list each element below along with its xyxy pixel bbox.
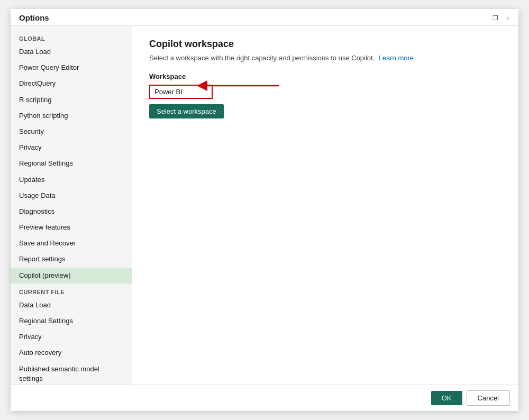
close-button[interactable]: › bbox=[504, 14, 512, 22]
description-text: Select a workspace with the right capaci… bbox=[149, 54, 375, 62]
sidebar-item-updates[interactable]: Updates bbox=[11, 172, 132, 188]
sidebar-item-privacy-cf[interactable]: Privacy bbox=[11, 329, 132, 345]
sidebar-item-copilot-preview[interactable]: Copilot (preview) bbox=[11, 268, 132, 284]
sidebar-item-diagnostics[interactable]: Diagnostics bbox=[11, 204, 132, 220]
workspace-label: Workspace bbox=[149, 72, 501, 80]
sidebar-item-preview-features[interactable]: Preview features bbox=[11, 220, 132, 235]
sidebar-item-report-settings-global[interactable]: Report settings bbox=[11, 251, 132, 267]
dialog-title: Options bbox=[19, 13, 49, 22]
main-content: Copilot workspace Select a workspace wit… bbox=[132, 26, 518, 385]
section-description: Select a workspace with the right capaci… bbox=[149, 54, 501, 62]
learn-more-link[interactable]: Learn more bbox=[379, 54, 414, 62]
sidebar-item-regional-settings[interactable]: Regional Settings bbox=[11, 156, 132, 171]
dialog-body: GLOBAL Data Load Power Query Editor Dire… bbox=[11, 26, 518, 385]
ok-button[interactable]: OK bbox=[431, 391, 462, 405]
select-workspace-button[interactable]: Select a workspace bbox=[149, 104, 224, 118]
global-section-label: GLOBAL bbox=[11, 30, 132, 44]
sidebar-item-power-query-editor[interactable]: Power Query Editor bbox=[11, 60, 132, 76]
sidebar-item-save-and-recover[interactable]: Save and Recover bbox=[11, 235, 132, 251]
titlebar-controls: ❐ › bbox=[491, 14, 512, 22]
sidebar-item-privacy[interactable]: Privacy bbox=[11, 140, 132, 156]
workspace-input-container: Select a workspace bbox=[149, 85, 224, 118]
titlebar: Options ❐ › bbox=[11, 9, 518, 26]
sidebar-item-r-scripting[interactable]: R scripting bbox=[11, 92, 132, 108]
dialog-footer: OK Cancel bbox=[11, 385, 518, 411]
section-title: Copilot workspace bbox=[149, 39, 501, 50]
sidebar-item-python-scripting[interactable]: Python scripting bbox=[11, 108, 132, 124]
sidebar-item-auto-recovery[interactable]: Auto recovery bbox=[11, 345, 132, 361]
sidebar-item-security[interactable]: Security bbox=[11, 124, 132, 140]
sidebar: GLOBAL Data Load Power Query Editor Dire… bbox=[11, 26, 132, 385]
sidebar-item-directquery[interactable]: DirectQuery bbox=[11, 76, 132, 92]
sidebar-item-published-semantic[interactable]: Published semantic model settings bbox=[11, 361, 132, 385]
workspace-input[interactable] bbox=[149, 85, 213, 99]
restore-button[interactable]: ❐ bbox=[491, 14, 499, 22]
sidebar-item-regional-settings-cf[interactable]: Regional Settings bbox=[11, 313, 132, 329]
sidebar-item-data-load[interactable]: Data Load bbox=[11, 44, 132, 60]
current-file-section-label: CURRENT FILE bbox=[11, 284, 132, 297]
sidebar-item-data-load-cf[interactable]: Data Load bbox=[11, 297, 132, 313]
sidebar-item-usage-data[interactable]: Usage Data bbox=[11, 188, 132, 204]
options-dialog: Options ❐ › GLOBAL Data Load Power Query… bbox=[11, 9, 518, 411]
cancel-button[interactable]: Cancel bbox=[467, 390, 510, 406]
